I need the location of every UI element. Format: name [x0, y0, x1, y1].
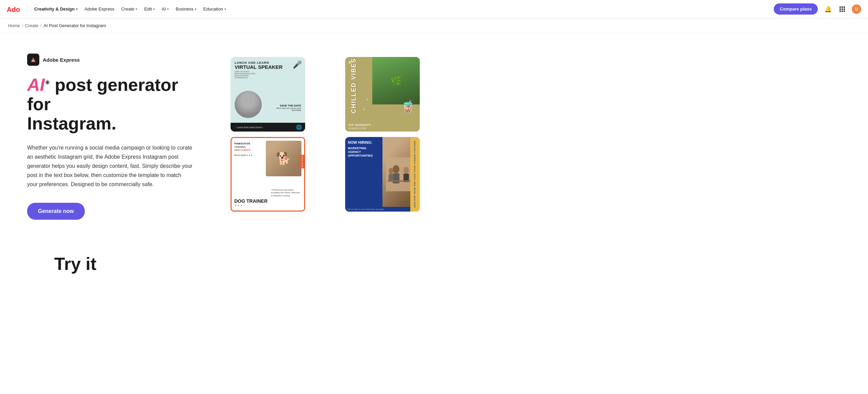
chevron-down-icon: ▾ [195, 7, 197, 11]
card3-diamonds: ✦ ✦ ✦ [234, 204, 243, 207]
card2-photo: 🌿 [372, 57, 420, 104]
chevron-down-icon: ▾ [136, 7, 137, 11]
breadcrumb-separator: / [40, 23, 41, 28]
chevron-down-icon: ▾ [153, 7, 155, 11]
card2-title-vertical: CHILLED VIBES [345, 57, 362, 115]
svg-rect-10 [844, 11, 845, 12]
hero-title: AI✳ post generator forInstagram. [27, 75, 203, 134]
svg-point-14 [403, 167, 409, 174]
ae-logo-icon [27, 54, 39, 66]
iced-drink-icon: 🧋 [400, 100, 416, 114]
card2-photo-inner: 🌿 [372, 57, 420, 104]
chevron-down-icon: ▾ [167, 7, 169, 11]
nav-education[interactable]: Education ▾ [200, 0, 230, 18]
microphone-icon: 🎤 [293, 60, 302, 69]
card4-now-hiring: NOW HIRING: [348, 140, 380, 144]
card3-description: • Professional dog trainer accepting new… [271, 189, 301, 197]
svg-rect-4 [844, 6, 845, 8]
breadcrumb-current: AI Post Generator for Instagram [43, 23, 106, 28]
svg-rect-7 [844, 8, 845, 10]
card1-virtual-speaker: VIRTUAL SPEAKER [235, 64, 301, 70]
card4-side-strip: JOIN OUR TEAM AND TAKE YOUR CAREER FURTH… [410, 137, 420, 212]
card3-photo: 🐕 [266, 141, 301, 176]
card-2-content: 🌿 🧋 ✕ ✕ ★ CHILLED VIBES SIP SERENITY EXA… [345, 57, 420, 132]
nav-edit[interactable]: Edit ▾ [141, 0, 158, 18]
example-cards-grid: LUNCH AND LEARN VIRTUAL SPEAKER JOIN US … [231, 54, 454, 212]
nav-divider [27, 4, 27, 15]
svg-rect-17 [389, 174, 393, 181]
breadcrumb-home[interactable]: Home [8, 23, 20, 28]
hero-description: Whether you're running a social media ca… [27, 143, 193, 189]
card4-left-panel: NOW HIRING: MARKETING AGENCY OPPORTUNITI… [345, 137, 382, 212]
nav-ai[interactable]: AI ▾ [158, 0, 172, 18]
svg-rect-8 [840, 11, 841, 12]
breadcrumb-create[interactable]: Create [25, 23, 38, 28]
c2-x2-icon: ✕ [363, 108, 371, 111]
svg-rect-6 [842, 8, 843, 10]
breadcrumb-separator: / [22, 23, 23, 28]
card1-arrow-text: → Lunch And Learn Event→ [234, 126, 264, 129]
try-it-title: Try it [27, 254, 841, 274]
svg-point-12 [393, 165, 399, 173]
card-3-content: 🐕 visit our website PAWSITIVE TRAINING N… [232, 138, 304, 211]
card2-url: EXAMPLE.COM [349, 127, 416, 130]
svg-rect-3 [842, 6, 843, 8]
card1-tagline: JOIN US FOR A PROFESSIONAL AND EDUCATION… [235, 71, 262, 79]
hero-ai-text: AI [27, 75, 45, 95]
card2-sip: SIP SERENITY [349, 123, 416, 126]
card4-bottom-text: Call us today for more information and a… [345, 207, 410, 212]
globe-icon: 🌐 [296, 124, 302, 130]
nav-create[interactable]: Create ▾ [118, 0, 141, 18]
person-silhouette [235, 91, 262, 118]
card3-visit-strip: visit our website [300, 155, 304, 169]
nav-icons: 🔔 U [823, 4, 861, 14]
svg-rect-13 [393, 173, 399, 183]
card4-marketing: MARKETING AGENCY OPPORTUNITIES [348, 146, 380, 157]
example-card-1: LUNCH AND LEARN VIRTUAL SPEAKER JOIN US … [231, 57, 305, 132]
notification-icon[interactable]: 🔔 [823, 4, 833, 14]
breadcrumb: Home / Create / AI Post Generator for In… [0, 18, 868, 33]
svg-rect-5 [840, 8, 841, 10]
card1-save: SAVE THE DATE Don't miss out, secure you… [274, 104, 301, 111]
nav-adobe-express[interactable]: Adobe Express [81, 0, 118, 18]
nav-business[interactable]: Business ▾ [172, 0, 200, 18]
example-card-4: NOW HIRING: MARKETING AGENCY OPPORTUNITI… [345, 137, 420, 212]
card2-bottom: SIP SERENITY EXAMPLE.COM [345, 121, 420, 132]
generate-now-button[interactable]: Generate now [27, 203, 85, 220]
card3-dog-trainer-label: DOG TRAINER [234, 198, 268, 204]
example-card-2: 🌿 🧋 ✕ ✕ ★ CHILLED VIBES SIP SERENITY EXA… [345, 57, 420, 132]
example-card-3: 🐕 visit our website PAWSITIVE TRAINING N… [231, 137, 305, 212]
nav-creativity-design[interactable]: Creativity & Design ▾ [31, 0, 81, 18]
card-1-content: LUNCH AND LEARN VIRTUAL SPEAKER JOIN US … [231, 57, 305, 132]
chevron-down-icon: ▾ [76, 7, 78, 11]
apps-icon[interactable] [837, 4, 847, 14]
hero-left: Adobe Express AI✳ post generator forInst… [27, 54, 203, 220]
svg-text:Adobe: Adobe [7, 6, 20, 13]
main-content: Adobe Express AI✳ post generator forInst… [0, 33, 475, 233]
card4-strip-text: JOIN OUR TEAM AND TAKE YOUR CAREER FURTH… [414, 141, 416, 208]
try-it-section: Try it [0, 233, 868, 274]
card-4-content: NOW HIRING: MARKETING AGENCY OPPORTUNITI… [345, 137, 420, 212]
adobe-express-label: Adobe Express [43, 57, 80, 63]
svg-point-16 [389, 168, 393, 174]
adobe-logo[interactable]: Adobe [7, 5, 20, 13]
svg-rect-2 [840, 6, 841, 8]
card1-bottom-bar: → Lunch And Learn Event→ 🌐 [231, 123, 305, 132]
svg-rect-9 [842, 11, 843, 12]
ai-star-icon: ✳ [45, 79, 50, 86]
chevron-down-icon: ▾ [224, 7, 226, 11]
navigation: Adobe Creativity & Design ▾ Adobe Expres… [0, 0, 868, 18]
compare-plans-button[interactable]: Compare plans [774, 3, 818, 15]
c2-star-icon: ★ [366, 98, 369, 101]
adobe-express-badge: Adobe Express [27, 54, 203, 66]
card1-photo [235, 91, 262, 118]
user-avatar[interactable]: U [852, 4, 861, 14]
